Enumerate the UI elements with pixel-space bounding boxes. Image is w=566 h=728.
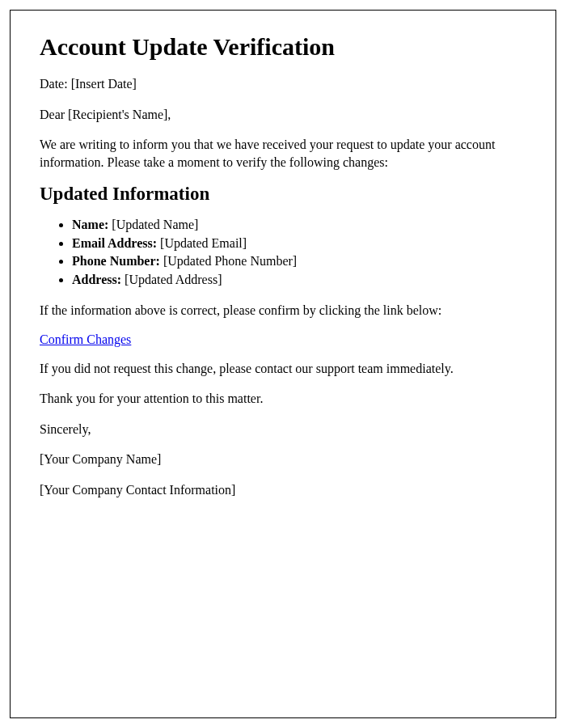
date-line: Date: [Insert Date] — [40, 75, 526, 93]
company-contact: [Your Company Contact Information] — [40, 481, 526, 499]
field-value: [Updated Phone Number] — [160, 254, 297, 268]
page-title: Account Update Verification — [40, 33, 526, 61]
field-label: Email Address: — [72, 236, 157, 250]
greeting: Dear [Recipient's Name], — [40, 106, 526, 124]
updated-info-list: Name: [Updated Name] Email Address: [Upd… — [72, 216, 526, 289]
list-item: Name: [Updated Name] — [72, 216, 526, 234]
confirm-changes-link[interactable]: Confirm Changes — [40, 332, 131, 346]
field-label: Address: — [72, 273, 121, 286]
field-value: [Updated Address] — [121, 273, 222, 286]
signoff: Sincerely, — [40, 421, 526, 438]
intro-paragraph: We are writing to inform you that we hav… — [40, 136, 526, 171]
confirm-prompt: If the information above is correct, ple… — [40, 302, 526, 320]
field-label: Phone Number: — [72, 254, 160, 268]
list-item: Email Address: [Updated Email] — [72, 235, 526, 252]
not-requested-paragraph: If you did not request this change, plea… — [40, 360, 526, 378]
field-value: [Updated Email] — [157, 236, 247, 250]
field-label: Name: — [72, 218, 108, 231]
list-item: Address: [Updated Address] — [72, 271, 526, 289]
thanks-paragraph: Thank you for your attention to this mat… — [40, 390, 526, 408]
list-item: Phone Number: [Updated Phone Number] — [72, 252, 526, 270]
document-page: Account Update Verification Date: [Inser… — [10, 10, 556, 718]
company-name: [Your Company Name] — [40, 451, 526, 468]
field-value: [Updated Name] — [108, 218, 198, 231]
section-heading: Updated Information — [40, 184, 526, 205]
